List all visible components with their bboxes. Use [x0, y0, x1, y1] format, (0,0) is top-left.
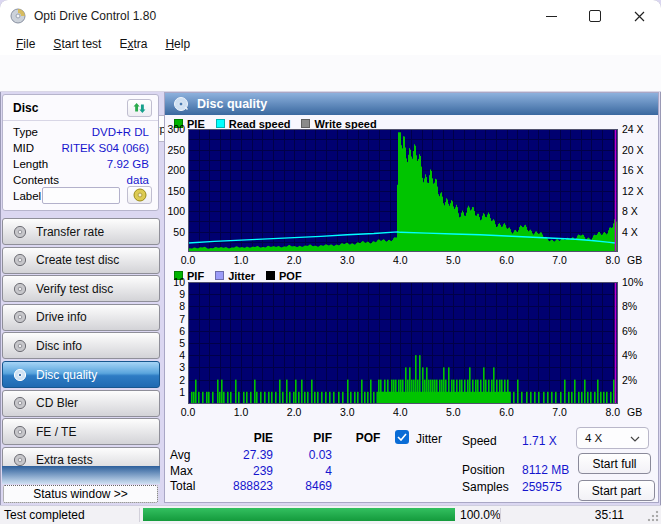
start-full-button[interactable]: Start full — [578, 453, 651, 474]
legend-item: POF — [266, 270, 302, 282]
sidebar-item-label: Verify test disc — [36, 282, 113, 296]
menu-start-test[interactable]: Start test — [44, 34, 110, 54]
disc-label-label: Label — [13, 190, 41, 202]
disc-label-input[interactable] — [42, 187, 120, 204]
progress-bar — [143, 508, 455, 521]
disc-label-button[interactable] — [127, 186, 152, 204]
axis-tick-label: 16 X — [622, 164, 644, 176]
statusbar-separator — [139, 508, 140, 522]
sidebar-item-cd-bler[interactable]: CD Bler — [2, 390, 160, 417]
check-icon — [397, 433, 407, 441]
statusbar-separator — [500, 508, 501, 522]
axis-tick-label: 4 X — [622, 226, 638, 238]
jitter-legend-swatch — [215, 271, 224, 280]
sidebar-item-drive-info[interactable]: Drive info — [2, 304, 160, 331]
pif-chart-legend: PIFJitterPOF — [174, 269, 313, 282]
legend-label: Read speed — [229, 118, 291, 130]
position-value: 8112 MB — [522, 463, 569, 477]
start-part-button[interactable]: Start part — [578, 480, 655, 501]
sidebar-item-label: Create test disc — [36, 253, 119, 267]
sidebar-accent-strip — [2, 466, 160, 484]
col-header-pif: PIF — [285, 431, 332, 445]
axis-tick-label: 2 — [165, 374, 185, 386]
legend-label: PIE — [187, 118, 205, 130]
sidebar: Disc Type DVD+R DL MID RITEK S04 (066) L… — [0, 92, 163, 505]
sidebar-item-create-test-disc[interactable]: Create test disc — [2, 247, 160, 274]
axis-tick-label: 4.0 — [385, 406, 415, 418]
sidebar-item-label: Transfer rate — [36, 225, 104, 239]
sidebar-item-disc-info[interactable]: Disc info — [2, 332, 160, 359]
pof-legend-swatch — [266, 271, 275, 280]
sidebar-item-label: FE / TE — [36, 425, 76, 439]
total-pif: 8469 — [285, 479, 332, 493]
axis-tick-label: 6% — [622, 325, 637, 337]
legend-label: Write speed — [314, 118, 376, 130]
axis-tick-label: 4.0 — [385, 254, 415, 266]
axis-tick-label: 300 — [165, 123, 185, 135]
axis-tick-label: 200 — [165, 164, 185, 176]
total-pie: 888823 — [213, 479, 273, 493]
sidebar-item-disc-quality[interactable]: Disc quality — [2, 361, 160, 388]
test-speed-select[interactable]: 4 X — [576, 427, 649, 449]
row-label-total: Total — [170, 479, 195, 493]
maximize-button[interactable] — [573, 0, 617, 32]
axis-tick-label: GB — [627, 254, 642, 266]
status-window-button[interactable]: Status window >> — [3, 485, 158, 503]
app-icon — [10, 8, 26, 24]
axis-tick-label: 50 — [165, 226, 185, 238]
axis-tick-label: 5.0 — [438, 254, 468, 266]
axis-tick-label: 10% — [622, 276, 643, 288]
avg-pif: 0.03 — [285, 448, 332, 462]
elapsed-time: 35:11 — [556, 508, 624, 522]
minimize-icon — [546, 16, 557, 17]
sidebar-item-label: Disc quality — [36, 368, 97, 382]
sidebar-item-label: Disc info — [36, 339, 82, 353]
axis-tick-label: 5.0 — [438, 406, 468, 418]
axis-tick-label: 7.0 — [545, 254, 575, 266]
menu-extra[interactable]: Extra — [110, 34, 156, 54]
axis-tick-label: 8% — [622, 300, 637, 312]
sidebar-item-transfer-rate[interactable]: Transfer rate — [2, 218, 160, 245]
disc-quality-icon — [13, 368, 27, 382]
disc-refresh-button[interactable] — [127, 99, 152, 117]
close-icon — [634, 11, 645, 22]
axis-tick-label: 100 — [165, 205, 185, 217]
max-pie: 239 — [213, 464, 273, 478]
cd-bler-icon — [13, 396, 27, 410]
axis-tick-label: 6.0 — [492, 254, 522, 266]
axis-tick-label: 1.0 — [226, 254, 256, 266]
col-header-pie: PIE — [213, 431, 273, 445]
sidebar-item-verify-test-disc[interactable]: Verify test disc — [2, 275, 160, 302]
axis-tick-label: 2.0 — [279, 406, 309, 418]
axis-tick-label: 0.0 — [173, 406, 203, 418]
menu-file[interactable]: File — [7, 34, 44, 54]
close-button[interactable] — [617, 0, 661, 32]
disc-mid-value: RITEK S04 (066) — [61, 142, 149, 154]
axis-tick-label: 3 — [165, 361, 185, 373]
progress-percent: 100.0% — [460, 508, 501, 522]
axis-tick-label: 24 X — [622, 123, 644, 135]
menu-help[interactable]: Help — [156, 34, 199, 54]
axis-tick-label: 0.0 — [173, 254, 203, 266]
chevron-down-icon — [630, 436, 640, 442]
axis-tick-label: 8 X — [622, 205, 638, 217]
axis-tick-label: 12 X — [622, 185, 644, 197]
gold-disc-icon — [133, 188, 147, 202]
axis-tick-label: 7.0 — [545, 406, 575, 418]
axis-tick-label: 6 — [165, 325, 185, 337]
col-header-pof: POF — [343, 431, 393, 445]
menu-bar: File Start test Extra Help — [0, 32, 661, 55]
resize-grip[interactable] — [647, 510, 659, 522]
read-speed-legend-swatch — [216, 119, 225, 128]
axis-tick-label: 3.0 — [332, 254, 362, 266]
sidebar-item-fe-te[interactable]: FE / TE — [2, 418, 160, 445]
minimize-button[interactable] — [529, 0, 573, 32]
disc-contents-label: Contents — [13, 174, 59, 186]
title-bar: Opti Drive Control 1.80 — [0, 0, 661, 32]
drive-info-icon — [13, 310, 27, 324]
axis-tick-label: 2% — [622, 374, 637, 386]
jitter-checkbox[interactable] — [395, 430, 409, 444]
samples-label: Samples — [462, 480, 509, 494]
axis-tick-label: 5 — [165, 337, 185, 349]
disc-contents-value: data — [127, 174, 149, 186]
